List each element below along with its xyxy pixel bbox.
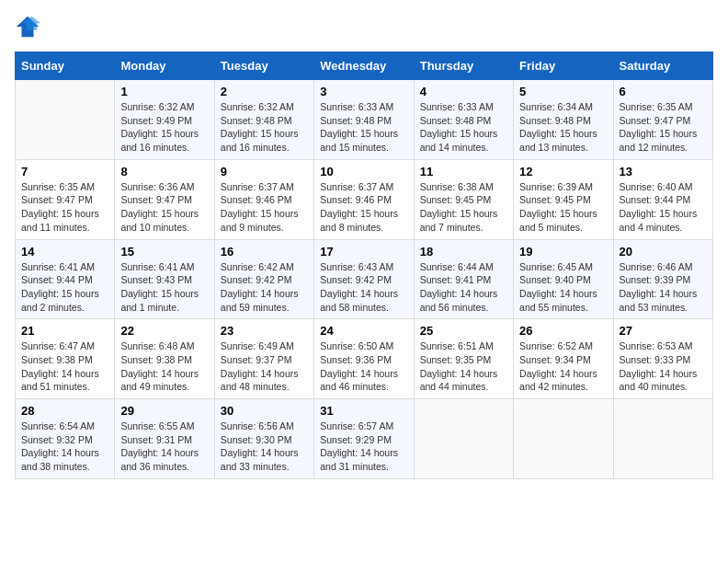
day-info: Sunrise: 6:40 AM Sunset: 9:44 PM Dayligh… [620, 180, 707, 235]
day-info: Sunrise: 6:33 AM Sunset: 9:48 PM Dayligh… [320, 100, 407, 155]
day-number: 24 [320, 324, 407, 338]
calendar-cell: 31Sunrise: 6:57 AM Sunset: 9:29 PM Dayli… [314, 399, 414, 479]
day-info: Sunrise: 6:52 AM Sunset: 9:34 PM Dayligh… [519, 339, 607, 394]
day-number: 21 [21, 324, 108, 338]
day-info: Sunrise: 6:57 AM Sunset: 9:29 PM Dayligh… [320, 419, 407, 474]
day-info: Sunrise: 6:47 AM Sunset: 9:38 PM Dayligh… [21, 339, 108, 394]
day-info: Sunrise: 6:41 AM Sunset: 9:44 PM Dayligh… [21, 260, 108, 315]
day-number: 4 [420, 85, 507, 98]
calendar-table: SundayMondayTuesdayWednesdayThursdayFrid… [15, 52, 713, 479]
day-number: 5 [519, 85, 607, 98]
day-info: Sunrise: 6:35 AM Sunset: 9:47 PM Dayligh… [620, 100, 707, 155]
day-info: Sunrise: 6:54 AM Sunset: 9:32 PM Dayligh… [21, 419, 108, 474]
day-info: Sunrise: 6:36 AM Sunset: 9:47 PM Dayligh… [120, 180, 208, 235]
calendar-cell [16, 80, 115, 160]
day-number: 7 [21, 165, 108, 178]
day-info: Sunrise: 6:32 AM Sunset: 9:48 PM Dayligh… [221, 100, 308, 155]
day-number: 14 [21, 245, 108, 259]
day-info: Sunrise: 6:42 AM Sunset: 9:42 PM Dayligh… [221, 260, 308, 315]
day-info: Sunrise: 6:35 AM Sunset: 9:47 PM Dayligh… [21, 180, 108, 235]
day-info: Sunrise: 6:50 AM Sunset: 9:36 PM Dayligh… [320, 339, 407, 394]
calendar-cell: 17Sunrise: 6:43 AM Sunset: 9:42 PM Dayli… [314, 239, 414, 319]
day-info: Sunrise: 6:32 AM Sunset: 9:49 PM Dayligh… [120, 100, 208, 155]
day-number: 10 [320, 165, 407, 178]
calendar-cell: 7Sunrise: 6:35 AM Sunset: 9:47 PM Daylig… [16, 159, 115, 239]
calendar-cell: 5Sunrise: 6:34 AM Sunset: 9:48 PM Daylig… [514, 80, 613, 160]
day-number: 6 [620, 85, 707, 98]
day-number: 11 [420, 165, 507, 178]
calendar-cell: 3Sunrise: 6:33 AM Sunset: 9:48 PM Daylig… [314, 80, 414, 160]
calendar-cell: 20Sunrise: 6:46 AM Sunset: 9:39 PM Dayli… [613, 239, 712, 319]
header-day-thursday: Thursday [414, 52, 513, 80]
calendar-cell: 4Sunrise: 6:33 AM Sunset: 9:48 PM Daylig… [414, 80, 513, 160]
day-info: Sunrise: 6:44 AM Sunset: 9:41 PM Dayligh… [420, 260, 507, 315]
day-number: 15 [120, 245, 208, 259]
day-number: 2 [221, 85, 308, 98]
header-day-tuesday: Tuesday [214, 52, 313, 80]
calendar-cell: 2Sunrise: 6:32 AM Sunset: 9:48 PM Daylig… [214, 80, 313, 160]
day-number: 22 [120, 324, 208, 338]
day-info: Sunrise: 6:43 AM Sunset: 9:42 PM Dayligh… [320, 260, 407, 315]
day-number: 28 [21, 404, 108, 418]
day-info: Sunrise: 6:37 AM Sunset: 9:46 PM Dayligh… [221, 180, 308, 235]
calendar-week-4: 21Sunrise: 6:47 AM Sunset: 9:38 PM Dayli… [16, 319, 713, 399]
day-number: 31 [320, 404, 407, 418]
calendar-cell [613, 399, 712, 479]
calendar-cell [514, 399, 613, 479]
day-info: Sunrise: 6:53 AM Sunset: 9:33 PM Dayligh… [620, 339, 707, 394]
day-number: 3 [320, 85, 407, 98]
day-info: Sunrise: 6:34 AM Sunset: 9:48 PM Dayligh… [519, 100, 607, 155]
day-number: 1 [120, 85, 208, 98]
day-info: Sunrise: 6:55 AM Sunset: 9:31 PM Dayligh… [120, 419, 208, 474]
calendar-body: 1Sunrise: 6:32 AM Sunset: 9:49 PM Daylig… [16, 80, 713, 479]
day-info: Sunrise: 6:51 AM Sunset: 9:35 PM Dayligh… [420, 339, 507, 394]
header-row: SundayMondayTuesdayWednesdayThursdayFrid… [16, 52, 713, 80]
calendar-cell: 18Sunrise: 6:44 AM Sunset: 9:41 PM Dayli… [414, 239, 513, 319]
calendar-cell: 19Sunrise: 6:45 AM Sunset: 9:40 PM Dayli… [514, 239, 613, 319]
day-info: Sunrise: 6:49 AM Sunset: 9:37 PM Dayligh… [221, 339, 308, 394]
day-number: 12 [519, 165, 607, 178]
day-number: 19 [519, 245, 607, 259]
header-day-friday: Friday [514, 52, 613, 80]
day-info: Sunrise: 6:37 AM Sunset: 9:46 PM Dayligh… [320, 180, 407, 235]
day-info: Sunrise: 6:48 AM Sunset: 9:38 PM Dayligh… [120, 339, 208, 394]
day-number: 17 [320, 245, 407, 259]
calendar-cell: 12Sunrise: 6:39 AM Sunset: 9:45 PM Dayli… [514, 159, 613, 239]
calendar-cell: 8Sunrise: 6:36 AM Sunset: 9:47 PM Daylig… [115, 159, 214, 239]
page-header [15, 15, 713, 40]
day-info: Sunrise: 6:41 AM Sunset: 9:43 PM Dayligh… [120, 260, 208, 315]
day-info: Sunrise: 6:45 AM Sunset: 9:40 PM Dayligh… [519, 260, 607, 315]
calendar-cell: 23Sunrise: 6:49 AM Sunset: 9:37 PM Dayli… [214, 319, 313, 399]
calendar-week-3: 14Sunrise: 6:41 AM Sunset: 9:44 PM Dayli… [16, 239, 713, 319]
day-number: 25 [420, 324, 507, 338]
calendar-cell: 15Sunrise: 6:41 AM Sunset: 9:43 PM Dayli… [115, 239, 214, 319]
calendar-cell: 1Sunrise: 6:32 AM Sunset: 9:49 PM Daylig… [115, 80, 214, 160]
calendar-cell: 22Sunrise: 6:48 AM Sunset: 9:38 PM Dayli… [115, 319, 214, 399]
day-info: Sunrise: 6:46 AM Sunset: 9:39 PM Dayligh… [620, 260, 707, 315]
day-info: Sunrise: 6:56 AM Sunset: 9:30 PM Dayligh… [221, 419, 308, 474]
logo-icon [15, 15, 40, 40]
header-day-monday: Monday [115, 52, 214, 80]
calendar-cell: 16Sunrise: 6:42 AM Sunset: 9:42 PM Dayli… [214, 239, 313, 319]
day-info: Sunrise: 6:38 AM Sunset: 9:45 PM Dayligh… [420, 180, 507, 235]
calendar-week-5: 28Sunrise: 6:54 AM Sunset: 9:32 PM Dayli… [16, 399, 713, 479]
calendar-cell: 21Sunrise: 6:47 AM Sunset: 9:38 PM Dayli… [16, 319, 115, 399]
day-number: 8 [120, 165, 208, 178]
day-number: 29 [120, 404, 208, 418]
calendar-cell: 26Sunrise: 6:52 AM Sunset: 9:34 PM Dayli… [514, 319, 613, 399]
calendar-cell: 9Sunrise: 6:37 AM Sunset: 9:46 PM Daylig… [214, 159, 313, 239]
day-number: 18 [420, 245, 507, 259]
calendar-cell: 27Sunrise: 6:53 AM Sunset: 9:33 PM Dayli… [613, 319, 712, 399]
header-day-sunday: Sunday [16, 52, 115, 80]
day-number: 30 [221, 404, 308, 418]
calendar-cell: 13Sunrise: 6:40 AM Sunset: 9:44 PM Dayli… [613, 159, 712, 239]
calendar-cell: 24Sunrise: 6:50 AM Sunset: 9:36 PM Dayli… [314, 319, 414, 399]
calendar-cell: 25Sunrise: 6:51 AM Sunset: 9:35 PM Dayli… [414, 319, 513, 399]
calendar-cell: 30Sunrise: 6:56 AM Sunset: 9:30 PM Dayli… [214, 399, 313, 479]
calendar-cell: 11Sunrise: 6:38 AM Sunset: 9:45 PM Dayli… [414, 159, 513, 239]
day-number: 23 [221, 324, 308, 338]
logo [15, 15, 44, 40]
day-number: 9 [221, 165, 308, 178]
calendar-week-1: 1Sunrise: 6:32 AM Sunset: 9:49 PM Daylig… [16, 80, 713, 160]
day-number: 26 [519, 324, 607, 338]
